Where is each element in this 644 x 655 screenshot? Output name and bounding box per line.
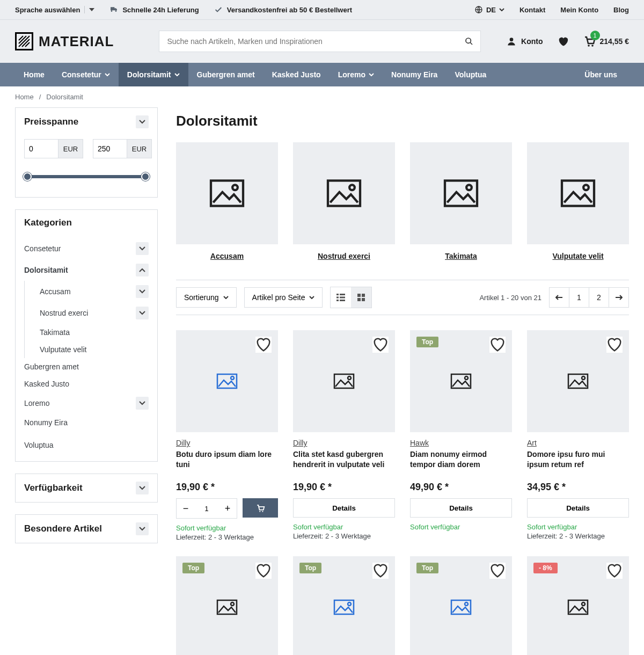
language-picker[interactable]: Sprache auswählen (15, 6, 94, 14)
collapse-toggle[interactable] (136, 522, 149, 535)
crumb-home[interactable]: Home (15, 93, 34, 101)
wishlist-toggle[interactable] (372, 337, 389, 353)
subcategory-card[interactable]: Vulputate velit (527, 142, 629, 260)
nav-item[interactable]: Loremo (330, 63, 383, 86)
price-min-input[interactable] (25, 140, 58, 158)
category-item[interactable]: Gubergren amet (16, 358, 157, 375)
category-item[interactable]: Kasked Justo (16, 375, 157, 392)
product-image[interactable] (293, 330, 395, 432)
expand-toggle[interactable] (136, 242, 149, 255)
view-list[interactable] (331, 287, 351, 308)
category-item[interactable]: Voluptua (16, 436, 157, 454)
category-item[interactable]: Nostrud exerci (24, 302, 157, 324)
collapse-toggle[interactable] (136, 115, 149, 128)
product-brand[interactable]: Hawk (410, 439, 512, 447)
price-slider[interactable] (24, 167, 149, 186)
product-brand[interactable]: Dilly (176, 439, 278, 447)
product-title[interactable]: Diam nonumy eirmod tempor diam dorem (410, 449, 512, 470)
chevron-down-icon (139, 527, 145, 531)
subcategory-link[interactable]: Nostrud exerci (318, 252, 370, 260)
wishlist-toggle[interactable] (606, 337, 623, 353)
subcategory-link[interactable]: Vulputate velit (552, 252, 603, 260)
expand-toggle[interactable] (136, 285, 149, 298)
expand-toggle[interactable] (136, 307, 149, 319)
product-image[interactable]: Top (410, 330, 512, 432)
cart-button[interactable]: 1 214,55 € (583, 35, 630, 48)
blog-link[interactable]: Blog (613, 6, 629, 14)
shipping-time: Lieferzeit: 2 - 3 Werktage (176, 533, 278, 541)
subcategory-link[interactable]: Accusam (210, 252, 244, 260)
sort-button[interactable]: Sortierung (176, 287, 237, 308)
nav-item[interactable]: Home (15, 63, 53, 86)
expand-toggle[interactable] (136, 264, 149, 276)
category-item[interactable]: Accusam (24, 281, 157, 302)
product-price: 19,90 € * (293, 482, 395, 493)
page-1[interactable]: 1 (569, 287, 589, 308)
subcategory-card[interactable]: Accusam (176, 142, 278, 260)
filter-categories-panel: Kategorien ConseteturDolorsitamitAccusam… (15, 209, 158, 462)
nav-item[interactable]: Consetetur (53, 63, 119, 86)
account-link[interactable]: Mein Konto (560, 6, 598, 14)
nav-item[interactable]: Voluptua (446, 63, 495, 86)
wishlist-toggle[interactable] (489, 337, 506, 353)
product-brand[interactable]: Dilly (293, 439, 395, 447)
search-input[interactable] (159, 31, 457, 52)
page-next[interactable] (609, 287, 629, 308)
product-brand[interactable]: Art (527, 439, 629, 447)
expand-toggle[interactable] (136, 397, 149, 410)
product-image[interactable] (527, 330, 629, 432)
category-item[interactable]: Loremo (16, 392, 157, 414)
account-button[interactable]: Konto (506, 36, 543, 47)
shipping-time: Lieferzeit: 2 - 3 Werktage (293, 532, 395, 540)
product-image[interactable] (176, 330, 278, 432)
product-title[interactable]: Botu duro ipsum diam lore tuni (176, 449, 278, 470)
details-button[interactable]: Details (293, 498, 395, 518)
product-title[interactable]: Clita stet kasd gubergren hendrerit in v… (293, 449, 395, 470)
wishlist-toggle[interactable] (372, 563, 389, 579)
qty-plus[interactable]: + (218, 499, 237, 518)
subcategory-link[interactable]: Takimata (445, 252, 477, 260)
wishlist-toggle[interactable] (606, 563, 623, 579)
category-item[interactable]: Dolorsitamit (16, 259, 157, 281)
logo[interactable]: MATERIAL (15, 32, 114, 50)
svg-point-19 (259, 511, 260, 512)
locale-select[interactable]: DE (474, 5, 504, 14)
contact-link[interactable]: Kontakt (519, 6, 545, 14)
subcategory-card[interactable]: Takimata (410, 142, 512, 260)
details-button[interactable]: Details (410, 498, 512, 518)
price-max-input[interactable] (93, 140, 127, 158)
add-to-cart-button[interactable] (243, 498, 278, 518)
qty-minus[interactable]: − (177, 499, 195, 518)
nav-item[interactable]: Nonumy Eira (383, 63, 446, 86)
category-item[interactable]: Takimata (24, 324, 157, 341)
page-prev[interactable] (549, 287, 569, 308)
per-page-button[interactable]: Artikel pro Seite (244, 287, 323, 308)
subcategory-card[interactable]: Nostrud exerci (293, 142, 395, 260)
details-button[interactable]: Details (527, 498, 629, 518)
product-image[interactable]: Top (410, 556, 512, 655)
chevron-down-icon (223, 296, 229, 299)
view-grid[interactable] (351, 287, 371, 308)
nav-item[interactable]: Gubergren amet (188, 63, 264, 86)
page-2[interactable]: 2 (589, 287, 609, 308)
category-item[interactable]: Nonumy Eira (16, 414, 157, 431)
search-button[interactable] (457, 31, 481, 52)
collapse-toggle[interactable] (136, 482, 149, 494)
product-image[interactable]: Top (293, 556, 395, 655)
slider-handle-max[interactable] (141, 172, 150, 181)
category-item[interactable]: Consetetur (16, 238, 157, 259)
product-title[interactable]: Domore ipsu furo mui ipsum retum ref (527, 449, 629, 470)
slider-handle-min[interactable] (23, 172, 32, 181)
wishlist-toggle[interactable] (255, 563, 272, 579)
qty-input[interactable] (195, 499, 218, 518)
shipping-time: Lieferzeit: 2 - 3 Werktage (527, 532, 629, 540)
nav-item[interactable]: Dolorsitamit (119, 63, 188, 86)
wishlist-button[interactable] (557, 35, 569, 47)
product-image[interactable]: Top (176, 556, 278, 655)
wishlist-toggle[interactable] (489, 563, 506, 579)
wishlist-toggle[interactable] (255, 337, 272, 353)
nav-item[interactable]: Kasked Justo (264, 63, 330, 86)
nav-about[interactable]: Über uns (576, 63, 626, 86)
category-item[interactable]: Vulputate velit (24, 341, 157, 358)
product-image[interactable]: - 8% (527, 556, 629, 655)
